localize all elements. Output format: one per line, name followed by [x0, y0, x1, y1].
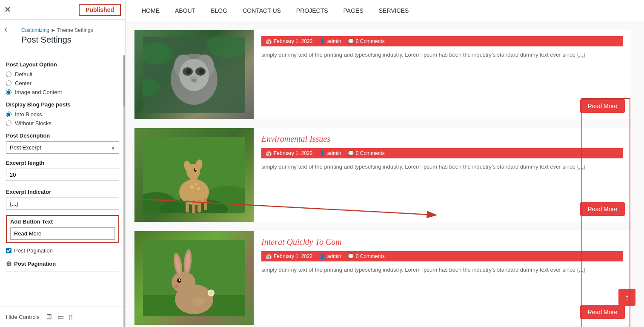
- radio-default: Default: [6, 71, 119, 77]
- read-more-btn-1[interactable]: Read More: [580, 99, 625, 113]
- scroll-up-button[interactable]: ↑: [618, 289, 635, 306]
- tablet-icon[interactable]: ▭: [57, 313, 64, 321]
- excerpt-length-label: Excerpt length: [6, 160, 119, 166]
- panel-scroll-thumb: [123, 55, 125, 106]
- desktop-icon[interactable]: 🖥: [45, 313, 52, 321]
- svg-point-4: [179, 59, 209, 91]
- layout-default-label[interactable]: Default: [15, 71, 32, 77]
- post-pagination-checkbox-row: Post Pagination: [6, 247, 119, 254]
- close-button[interactable]: ✕: [4, 5, 11, 14]
- radio-without-blocks: Without Blocks: [6, 120, 119, 126]
- meta-author-1: 👤 admin: [319, 38, 341, 44]
- blog-card-2-image: [135, 128, 254, 222]
- post-pagination-checkbox[interactable]: [6, 248, 11, 253]
- read-more-btn-3[interactable]: Read More: [580, 305, 625, 319]
- post-layout-label: Post Layout Option: [6, 61, 119, 68]
- blog-card-2-meta: 📅 February 1, 2022 👤 admin 💬 0 Comments: [261, 148, 623, 158]
- blog-card-1-meta: 📅 February 1, 2022 👤 admin 💬 0 Comments: [261, 36, 623, 46]
- svg-rect-22: [204, 198, 207, 210]
- layout-image-content-label[interactable]: Image and Content: [15, 89, 62, 95]
- post-pagination-checkbox-label[interactable]: Post Pagination: [14, 247, 53, 254]
- meta-calendar-icon-3: 📅 February 1, 2022: [266, 253, 312, 259]
- post-description-select[interactable]: Post Excerpt Post Content: [6, 141, 119, 154]
- panel-scroll-area: Post Layout Option Default Center Image …: [0, 51, 125, 307]
- scroll-up-icon: ↑: [625, 293, 629, 302]
- display-blog-label: Display Blog Page posts: [6, 101, 119, 108]
- blog-card-1-body: 📅 February 1, 2022 👤 admin 💬 0 Comments …: [254, 30, 631, 119]
- post-pagination-section-label: Post Pagination: [14, 261, 56, 267]
- svg-point-42: [174, 285, 178, 288]
- left-panel: ✕ Published ‹ Customizing ► Theme Settin…: [0, 0, 126, 327]
- meta-comments-1: 💬 0 Comments: [348, 38, 384, 44]
- excerpt-indicator-label: Excerpt Indicator: [6, 189, 119, 195]
- svg-point-26: [197, 187, 200, 190]
- meta-author-3: 👤 admin: [319, 253, 341, 259]
- breadcrumb-customizing[interactable]: Customizing: [21, 27, 49, 33]
- blog-card-1-image: [135, 30, 254, 119]
- published-button[interactable]: Published: [79, 4, 121, 16]
- panel-scrollbar[interactable]: [123, 55, 125, 327]
- radio-image-content: Image and Content: [6, 89, 119, 95]
- meta-date-3: February 1, 2022: [274, 253, 312, 259]
- nav-pages[interactable]: PAGES: [336, 1, 371, 20]
- blog-excerpt-2: simply dummy text of the printing and ty…: [261, 163, 623, 171]
- blog-card-3-meta: 📅 February 1, 2022 👤 admin 💬 0 Comments: [261, 251, 623, 261]
- blog-title-2: Enviromental Issues: [261, 134, 623, 144]
- meta-comments-2: 💬 0 Comments: [348, 150, 384, 156]
- breadcrumb: Customizing ► Theme Settings: [15, 23, 119, 34]
- into-blocks-radio[interactable]: [6, 112, 11, 117]
- radio-into-blocks: Into Blocks: [6, 111, 119, 118]
- add-button-text-section: Add Button Text Read More: [6, 215, 119, 243]
- radio-center: Center: [6, 80, 119, 86]
- post-description-select-wrapper: Post Excerpt Post Content: [6, 141, 119, 154]
- top-bar: ✕ Published: [0, 0, 125, 20]
- blog-excerpt-3: simply dummy text of the printing and ty…: [261, 266, 623, 274]
- read-more-btn-2[interactable]: Read More: [580, 202, 625, 216]
- svg-point-27: [195, 183, 197, 186]
- nav-blog[interactable]: BLOG: [203, 1, 235, 20]
- svg-point-10: [192, 79, 196, 82]
- post-description-label: Post Description: [6, 132, 119, 139]
- excerpt-length-input[interactable]: 20: [6, 169, 119, 181]
- blog-excerpt-1: simply dummy text of the printing and ty…: [261, 51, 623, 59]
- svg-rect-20: [192, 200, 195, 213]
- blog-area: 📅 February 1, 2022 👤 admin 💬 0 Comments …: [126, 21, 644, 327]
- back-arrow-button[interactable]: ‹: [4, 24, 7, 35]
- without-blocks-radio[interactable]: [6, 120, 11, 126]
- without-blocks-label[interactable]: Without Blocks: [15, 120, 52, 126]
- meta-author-2: 👤 admin: [319, 150, 341, 156]
- add-button-text-input[interactable]: Read More: [10, 227, 115, 240]
- nav-home[interactable]: HOME: [134, 1, 167, 20]
- blog-card-2-body: Enviromental Issues 📅 February 1, 2022 👤…: [254, 128, 631, 222]
- nav-about[interactable]: ABOUT: [167, 1, 203, 20]
- nav-projects[interactable]: PROJECTS: [289, 1, 336, 20]
- blog-card-1: 📅 February 1, 2022 👤 admin 💬 0 Comments …: [134, 30, 631, 119]
- svg-point-45: [192, 297, 205, 306]
- meta-date-1: February 1, 2022: [274, 38, 312, 44]
- blog-card-2: Enviromental Issues 📅 February 1, 2022 👤…: [134, 128, 631, 222]
- blog-wrapper: 📅 February 1, 2022 👤 admin 💬 0 Comments …: [134, 30, 631, 325]
- blog-title-3: Interat Quickly To Com: [261, 237, 623, 247]
- meta-calendar-icon-2: 📅 February 1, 2022: [266, 150, 312, 156]
- excerpt-indicator-input[interactable]: {...}: [6, 198, 119, 210]
- breadcrumb-theme-settings: Theme Settings: [57, 27, 93, 33]
- meta-calendar-icon-1: 📅 February 1, 2022: [266, 38, 312, 44]
- into-blocks-label[interactable]: Into Blocks: [15, 111, 42, 118]
- nav-contact-us[interactable]: CONTACT US: [235, 1, 289, 20]
- mobile-icon[interactable]: ▯: [69, 313, 73, 321]
- layout-default-radio[interactable]: [6, 72, 11, 77]
- hide-controls-button[interactable]: Hide Controls: [6, 314, 40, 320]
- svg-point-25: [190, 185, 194, 189]
- right-content: HOME ABOUT BLOG CONTACT US PROJECTS PAGE…: [126, 0, 644, 327]
- panel-title: Post Settings: [15, 34, 119, 49]
- nav-bar: HOME ABOUT BLOG CONTACT US PROJECTS PAGE…: [126, 0, 644, 21]
- svg-rect-19: [186, 200, 189, 212]
- blog-card-3-image: [135, 231, 254, 325]
- svg-point-8: [199, 69, 204, 74]
- layout-center-label[interactable]: Center: [15, 80, 31, 86]
- layout-image-content-radio[interactable]: [6, 89, 11, 95]
- meta-date-2: February 1, 2022: [274, 150, 312, 156]
- blog-card-3-body: Interat Quickly To Com 📅 February 1, 202…: [254, 231, 631, 325]
- nav-services[interactable]: SERVICES: [371, 1, 417, 20]
- layout-center-radio[interactable]: [6, 80, 11, 86]
